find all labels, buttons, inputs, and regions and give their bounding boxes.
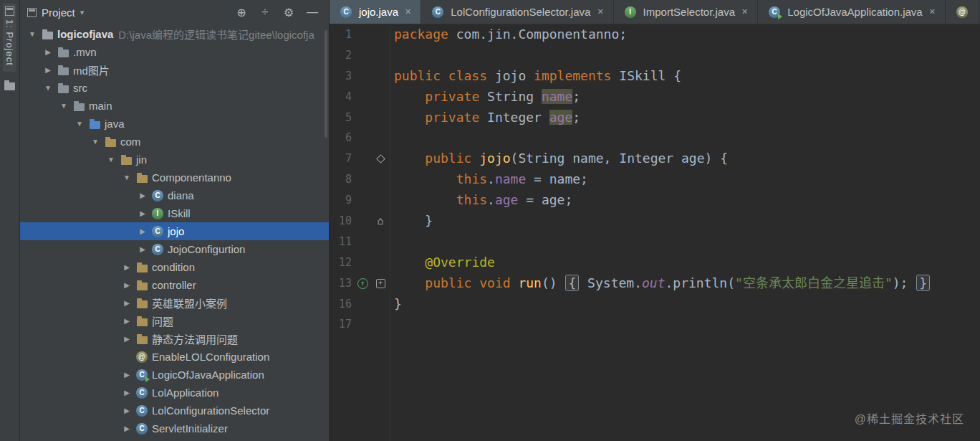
tree-expand-arrow[interactable]: ▶ <box>135 227 150 235</box>
code-line: 3public class jojo implements ISkill { <box>330 66 980 87</box>
tree-item[interactable]: ▶IISkill <box>20 204 329 222</box>
tree-item[interactable]: ▼java <box>20 115 329 133</box>
tree-expand-arrow[interactable]: ▶ <box>40 48 56 56</box>
override-gutter-icon[interactable]: ↑ <box>357 278 368 289</box>
tree-item-label: JojoConfigurtion <box>168 243 245 255</box>
tree-item-label: controller <box>152 279 196 291</box>
hide-panel-icon[interactable]: — <box>303 6 322 19</box>
tree-expand-arrow[interactable]: ▶ <box>119 317 135 325</box>
tree-item[interactable]: ▼com <box>20 133 329 151</box>
tree-item[interactable]: ▶Cjojo <box>20 222 329 240</box>
tree-item[interactable]: ▶CLolApplication <box>20 384 329 402</box>
settings-icon[interactable]: ⚙ <box>279 6 298 19</box>
tree-item[interactable]: ▼src <box>20 79 329 97</box>
code-token: private <box>425 89 487 104</box>
editor-tab[interactable]: IImportSelector.java✕ <box>614 0 759 24</box>
close-icon[interactable]: ✕ <box>405 7 411 16</box>
gutter-icon-column <box>354 128 371 148</box>
package-icon <box>137 283 148 290</box>
tree-expand-arrow[interactable]: ▶ <box>119 389 135 397</box>
collapse-all-icon[interactable]: ÷ <box>256 6 274 19</box>
gutter-icon-column <box>354 148 371 169</box>
tree-scrollbar[interactable] <box>325 30 327 138</box>
folder-tool-button[interactable] <box>4 80 15 93</box>
tree-item[interactable]: ▶CServletInitializer <box>20 419 329 437</box>
tree-item[interactable]: ▶问题 <box>20 312 329 330</box>
tree-item[interactable]: ▶.mvn <box>20 43 329 61</box>
fold-column <box>371 252 390 273</box>
tree-expand-arrow[interactable]: ▶ <box>119 407 135 414</box>
tab-label: jojo.java <box>359 6 398 18</box>
tree-expand-arrow[interactable]: ▶ <box>119 281 135 289</box>
tree-expand-arrow[interactable]: ▶ <box>135 191 150 199</box>
code-token <box>394 151 425 166</box>
tree-item-label: LolConfigurationSelector <box>152 404 269 417</box>
tree-expand-arrow[interactable]: ▼ <box>119 174 135 181</box>
tree-item[interactable]: ▶md图片 <box>20 61 329 79</box>
code-line: 13↑+ public void run() { System.out.prin… <box>330 273 980 294</box>
line-number: 7 <box>330 148 354 169</box>
tree-expand-arrow[interactable]: ▶ <box>119 425 135 432</box>
line-number: 2 <box>330 45 354 66</box>
editor-tab[interactable]: @ <box>946 0 979 24</box>
editor-tab[interactable]: CLolConfigurationSelector.java✕ <box>421 0 613 24</box>
editor-tab[interactable]: Cjojo.java✕ <box>330 0 421 24</box>
tree-item[interactable]: ▼Componentanno <box>20 169 329 186</box>
code-token: implements <box>534 68 619 83</box>
tree-expand-arrow[interactable]: ▼ <box>24 30 40 38</box>
tree-item[interactable]: ▶controller <box>20 276 329 294</box>
tree-expand-arrow[interactable]: ▶ <box>40 66 56 74</box>
tree-item[interactable]: ▶英雄联盟小案例 <box>20 294 329 312</box>
tree-item[interactable]: ▶静态方法调用问题 <box>20 330 329 348</box>
gutter-icon-column <box>354 169 371 190</box>
tree-item[interactable]: ▶condition <box>20 258 329 276</box>
editor-tabs: Cjojo.java✕CLolConfigurationSelector.jav… <box>330 0 980 24</box>
fold-marker-icon[interactable]: + <box>376 279 385 288</box>
tree-item[interactable]: ▼main <box>20 97 329 115</box>
project-panel-header: Project ▾ ⊕ ÷ ⚙ — <box>20 0 329 24</box>
tree-expand-arrow[interactable]: ▶ <box>119 371 135 379</box>
tree-item[interactable]: @EnableLOLConfiguration <box>20 348 329 366</box>
home-gutter-icon[interactable]: ⌂ <box>377 211 383 232</box>
line-number: 4 <box>330 87 354 108</box>
tree-item[interactable]: ▼logicofjavaD:\java编程的逻辑读书笔记gitee\logico… <box>20 25 329 43</box>
tree-expand-arrow[interactable]: ▼ <box>87 138 103 146</box>
tree-expand-arrow[interactable]: ▶ <box>119 263 135 271</box>
code-token: Integer <box>487 110 549 125</box>
code-token: com.jin.Componentanno; <box>456 27 627 42</box>
tree-item[interactable]: ▼jin <box>20 151 329 169</box>
diamond-gutter-icon[interactable] <box>376 154 385 163</box>
chevron-down-icon[interactable]: ▾ <box>80 8 85 17</box>
tree-expand-arrow[interactable]: ▶ <box>119 335 135 343</box>
editor-tab[interactable]: CLogicOfJavaApplication.java✕ <box>758 0 946 24</box>
tree-item[interactable]: ▶CLolConfigurationSelector <box>20 402 329 419</box>
code-line: 8 this.name = name; <box>330 169 980 190</box>
tree-expand-arrow[interactable]: ▼ <box>56 102 72 110</box>
tree-item[interactable]: ▶Cdiana <box>20 186 329 204</box>
tree-item-label: ServletInitializer <box>152 422 228 435</box>
src-folder-icon <box>90 121 100 129</box>
code-line: 2 <box>330 45 980 66</box>
close-icon[interactable]: ✕ <box>597 7 603 16</box>
tree-expand-arrow[interactable]: ▶ <box>135 245 150 253</box>
tree-expand-arrow[interactable]: ▶ <box>119 299 135 307</box>
class-icon: C <box>432 6 443 18</box>
tree-expand-arrow[interactable]: ▼ <box>40 84 56 92</box>
tree-expand-arrow[interactable]: ▼ <box>72 120 87 128</box>
tree-item[interactable]: ▶CJojoConfigurtion <box>20 240 329 258</box>
code-text: private Integer age; <box>390 108 580 128</box>
tree-expand-arrow[interactable]: ▶ <box>135 209 150 217</box>
tree-expand-arrow[interactable]: ▼ <box>103 156 119 163</box>
tree-item[interactable]: ▶CLogicOfJavaApplication <box>20 366 329 384</box>
code-token <box>394 255 425 270</box>
project-tool-window-button[interactable]: 1: Project <box>3 4 16 72</box>
project-panel-title[interactable]: Project <box>42 6 75 19</box>
fold-column <box>371 148 390 169</box>
code-token: . <box>487 171 495 186</box>
package-icon <box>137 175 148 183</box>
gutter-icon-column <box>354 252 371 273</box>
code-editor[interactable]: 1package com.jin.Componentanno;23public … <box>330 24 980 441</box>
close-icon[interactable]: ✕ <box>741 7 748 16</box>
close-icon[interactable]: ✕ <box>929 7 936 16</box>
locate-file-icon[interactable]: ⊕ <box>232 6 251 19</box>
